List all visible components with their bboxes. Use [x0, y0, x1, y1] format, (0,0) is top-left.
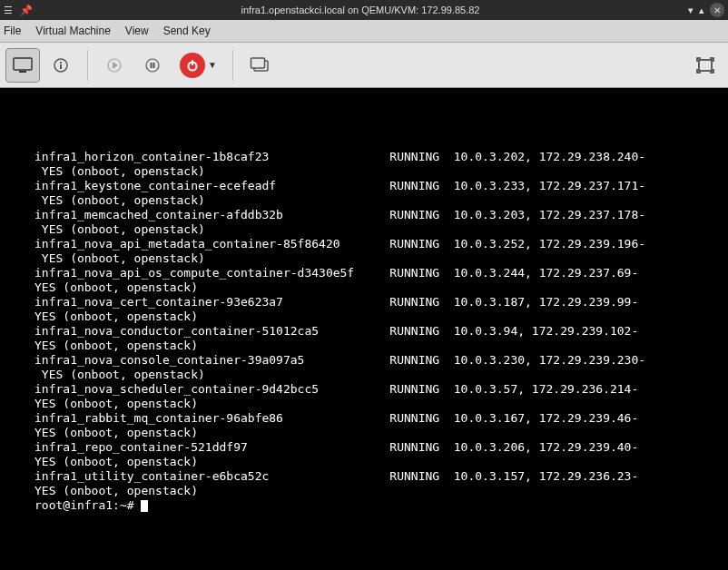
- svg-rect-12: [251, 58, 264, 68]
- menu-bar: File Virtual Machine View Send Key: [0, 20, 728, 43]
- snapshots-button[interactable]: [242, 48, 277, 83]
- info-icon: [52, 57, 70, 74]
- cursor: [141, 500, 148, 512]
- snapshot-icon: [250, 57, 270, 74]
- app-menu-icon[interactable]: ☰: [4, 5, 13, 16]
- power-icon: [180, 53, 205, 78]
- close-button[interactable]: ✕: [710, 3, 724, 17]
- svg-point-6: [146, 59, 159, 72]
- fullscreen-button[interactable]: [688, 48, 723, 83]
- svg-rect-8: [153, 63, 155, 68]
- console-button[interactable]: [5, 48, 40, 83]
- menu-file[interactable]: File: [4, 25, 21, 37]
- play-icon: [107, 58, 122, 73]
- maximize-button[interactable]: ▴: [699, 5, 704, 16]
- run-button[interactable]: [97, 48, 132, 83]
- svg-rect-13: [699, 60, 712, 71]
- terminal-prompt: root@infra1:~#: [34, 498, 141, 512]
- menu-virtual-machine[interactable]: Virtual Machine: [35, 25, 111, 37]
- svg-rect-3: [60, 64, 62, 69]
- pause-button[interactable]: [135, 48, 170, 83]
- minimize-button[interactable]: ▾: [688, 5, 694, 16]
- toolbar: ▼: [0, 43, 728, 88]
- fullscreen-icon: [696, 57, 714, 74]
- guest-console[interactable]: infra1_horizon_container-1b8caf23 RUNNIN…: [0, 88, 728, 570]
- shutdown-button[interactable]: ▼: [173, 48, 223, 83]
- monitor-icon: [13, 57, 33, 74]
- menu-send-key[interactable]: Send Key: [163, 25, 211, 37]
- details-button[interactable]: [44, 48, 78, 83]
- svg-rect-10: [192, 60, 193, 65]
- window-title: infra1.openstackci.local on QEMU/KVM: 17…: [33, 5, 688, 15]
- svg-rect-7: [151, 63, 152, 68]
- svg-rect-1: [19, 71, 26, 73]
- svg-rect-0: [14, 58, 32, 70]
- chevron-down-icon: ▼: [208, 60, 217, 70]
- pause-icon: [145, 58, 160, 73]
- svg-rect-4: [60, 62, 62, 64]
- pin-icon[interactable]: 📌: [20, 5, 33, 16]
- terminal-output: infra1_horizon_container-1b8caf23 RUNNIN…: [34, 150, 674, 497]
- toolbar-separator: [87, 50, 88, 81]
- window-titlebar: ☰ 📌 infra1.openstackci.local on QEMU/KVM…: [0, 0, 728, 20]
- menu-view[interactable]: View: [125, 25, 149, 37]
- toolbar-separator: [232, 50, 233, 81]
